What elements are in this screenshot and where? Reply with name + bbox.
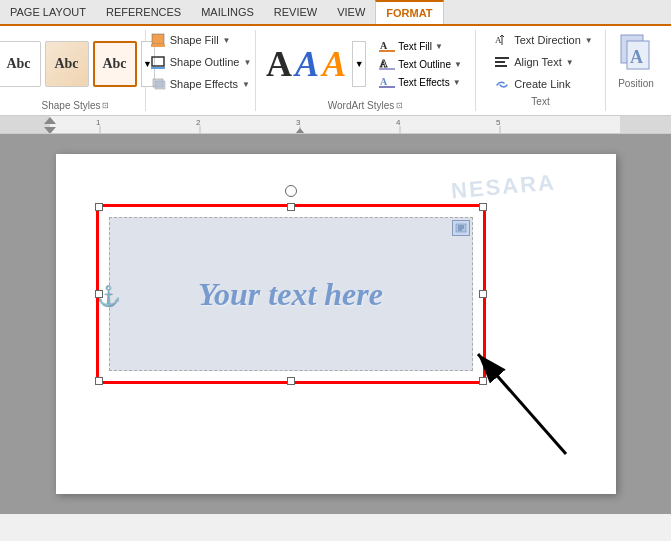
tab-review[interactable]: REVIEW [264, 0, 327, 24]
create-link-icon [494, 76, 510, 92]
shape-styles-group: Abc Abc Abc ▼ Shape Styles ⊡ [6, 30, 146, 111]
svg-text:5: 5 [496, 118, 501, 127]
tab-format[interactable]: FORMAT [375, 0, 443, 24]
handle-top-right[interactable] [479, 203, 487, 211]
text-direction-btn[interactable]: A Text Direction ▼ [490, 30, 597, 50]
svg-rect-15 [495, 65, 507, 67]
svg-rect-21 [620, 116, 671, 134]
fill-icon [150, 32, 166, 48]
handle-top-left[interactable] [95, 203, 103, 211]
fill-dropdown-arrow: ▼ [223, 36, 231, 45]
position-group: A Position [606, 30, 666, 111]
text-commands: A Text Direction ▼ Align Text ▼ Create L… [484, 30, 597, 94]
text-outline-btn[interactable]: A Text Outline ▼ [376, 56, 465, 72]
shape-effects-btn[interactable]: Shape Effects ▼ [144, 74, 258, 94]
ruler: 1 2 3 4 5 [0, 116, 671, 134]
wordart-sample-1[interactable]: A [266, 46, 292, 82]
text-outline-icon: A [379, 57, 395, 71]
wordart-label: WordArt Styles ⊡ [264, 100, 467, 111]
text-fill-btn[interactable]: A Text Fill ▼ [376, 38, 465, 54]
handle-bottom-left[interactable] [95, 377, 103, 385]
shape-commands-list: Shape Fill ▼ Shape Outline ▼ Shape Effec… [144, 30, 258, 95]
textbox-container[interactable]: Your text here [96, 204, 486, 384]
shape-styles-label: Shape Styles ⊡ [14, 100, 137, 111]
svg-rect-11 [379, 86, 395, 88]
shape-commands-spacer [154, 97, 247, 111]
svg-line-40 [478, 354, 566, 454]
effects-dropdown-arrow: ▼ [242, 80, 250, 89]
create-link-btn[interactable]: Create Link [490, 74, 597, 94]
svg-rect-7 [379, 50, 395, 52]
svg-rect-2 [152, 57, 164, 66]
tab-page-layout[interactable]: PAGE LAYOUT [0, 0, 96, 24]
wordart-samples: A A A [266, 46, 346, 82]
shape-fill-btn[interactable]: Shape Fill ▼ [144, 30, 258, 50]
wordart-styles-group: A A A ▼ A Text Fill ▼ A Text Outline [256, 30, 476, 111]
text-direction-icon: A [494, 32, 510, 48]
text-direction-arrow: ▼ [585, 36, 593, 45]
textbox-inner[interactable]: Your text here [109, 217, 473, 371]
outline-icon [150, 54, 166, 70]
svg-text:2: 2 [196, 118, 201, 127]
svg-rect-20 [0, 116, 50, 134]
document-page: NESARA ⚓ Your text here [56, 154, 616, 494]
text-effects-btn[interactable]: A Text Effects ▼ [376, 74, 465, 90]
wordart-text-effects: A Text Fill ▼ A Text Outline ▼ A Te [376, 38, 465, 90]
svg-rect-1 [151, 44, 165, 47]
shape-style-btn-3[interactable]: Abc [93, 41, 137, 87]
overflow-icon[interactable] [452, 220, 470, 236]
shape-outline-btn[interactable]: Shape Outline ▼ [144, 52, 258, 72]
wordart-more-btn[interactable]: ▼ [352, 41, 366, 87]
text-effects-label: Text Effects [398, 77, 450, 88]
svg-rect-5 [155, 81, 165, 89]
position-btn[interactable]: A [618, 30, 654, 76]
tab-view[interactable]: VIEW [327, 0, 375, 24]
svg-text:A: A [630, 47, 643, 67]
rotate-handle[interactable] [285, 185, 297, 197]
shape-style-btn-2[interactable]: Abc [45, 41, 89, 87]
handle-bottom-middle[interactable] [287, 377, 295, 385]
text-outline-arrow: ▼ [454, 60, 462, 69]
handle-middle-right[interactable] [479, 290, 487, 298]
svg-rect-13 [495, 57, 509, 59]
wordart-sample-2[interactable]: A [295, 46, 319, 82]
svg-rect-19 [0, 116, 671, 134]
text-effects-icon: A [379, 75, 395, 89]
svg-text:A: A [380, 40, 388, 51]
effects-icon [150, 76, 166, 92]
svg-rect-3 [151, 67, 165, 69]
text-fill-icon: A [379, 39, 395, 53]
ribbon: Abc Abc Abc ▼ Shape Styles ⊡ Shape Fill … [0, 26, 671, 116]
shape-commands-group: Shape Fill ▼ Shape Outline ▼ Shape Effec… [146, 30, 256, 111]
align-text-label: Align Text [514, 56, 562, 68]
svg-rect-0 [152, 34, 164, 44]
text-group: A Text Direction ▼ Align Text ▼ Create L… [476, 30, 606, 111]
textbox-text: Your text here [198, 276, 383, 313]
wordart-sample-3[interactable]: A [322, 46, 346, 82]
tab-references[interactable]: REFERENCES [96, 0, 191, 24]
svg-text:A: A [380, 76, 388, 87]
svg-text:3: 3 [296, 118, 301, 127]
text-effects-arrow: ▼ [453, 78, 461, 87]
align-text-btn[interactable]: Align Text ▼ [490, 52, 597, 72]
handle-bottom-right[interactable] [479, 377, 487, 385]
svg-text:1: 1 [96, 118, 101, 127]
text-outline-label: Text Outline [398, 59, 451, 70]
wordart-expand-icon[interactable]: ⊡ [396, 101, 403, 110]
align-text-arrow: ▼ [566, 58, 574, 67]
handle-middle-left[interactable] [95, 290, 103, 298]
document-area: NESARA ⚓ Your text here [0, 134, 671, 514]
svg-text:4: 4 [396, 118, 401, 127]
watermark: NESARA [450, 169, 557, 204]
text-fill-label: Text Fill [398, 41, 432, 52]
outline-dropdown-arrow: ▼ [243, 58, 251, 67]
create-link-label: Create Link [514, 78, 570, 90]
align-text-icon [494, 54, 510, 70]
ribbon-tabs: PAGE LAYOUT REFERENCES MAILINGS REVIEW V… [0, 0, 671, 26]
tab-mailings[interactable]: MAILINGS [191, 0, 264, 24]
shape-style-btn-1[interactable]: Abc [0, 41, 41, 87]
shape-styles-expand-icon[interactable]: ⊡ [102, 101, 109, 110]
svg-text:A: A [380, 58, 388, 69]
handle-top-middle[interactable] [287, 203, 295, 211]
text-direction-label: Text Direction [514, 34, 581, 46]
